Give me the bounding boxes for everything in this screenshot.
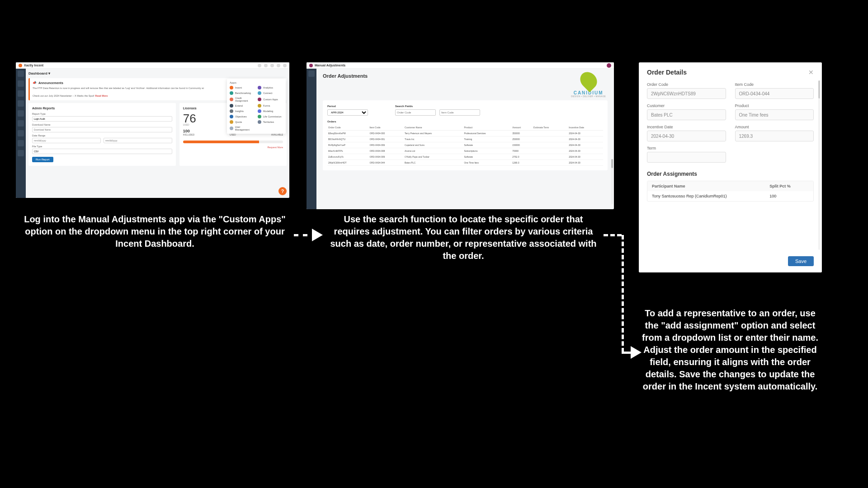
scrollbar[interactable] — [818, 80, 820, 250]
table-row[interactable]: iMaxXcIbFFPsORD-0434-008Aroma LtdSubscri… — [327, 148, 603, 154]
nav-item[interactable] — [18, 130, 24, 136]
report-type-label: Report Type — [32, 113, 172, 115]
request-more-link[interactable]: Request More — [183, 146, 283, 149]
app-item[interactable]: Life Commission — [258, 115, 283, 118]
app-item[interactable]: Forms — [258, 104, 283, 108]
admin-reports-card: Admin Reports Report Type Download Name … — [28, 103, 176, 166]
table-row[interactable]: RnRpNgSwYuePORD-0434-006Copeland and Son… — [327, 142, 603, 148]
table-cell: 2024-04-30 — [568, 136, 603, 142]
caption-step-2: Use the search function to locate the sp… — [326, 213, 601, 262]
table-cell: ORD-0434-001 — [368, 136, 404, 142]
search-order-code-input[interactable] — [395, 109, 436, 116]
table-cell: ORD-0434-009 — [368, 154, 404, 160]
amount-label: Amount — [735, 125, 814, 129]
topbar-icon[interactable] — [264, 64, 268, 67]
app-item[interactable]: User Management — [230, 126, 255, 131]
date-from-input[interactable] — [32, 138, 101, 143]
order-code-input[interactable] — [647, 88, 726, 99]
topbar-icon[interactable] — [258, 64, 261, 67]
report-type-select[interactable] — [32, 116, 172, 122]
app-dot-icon — [258, 98, 261, 101]
table-cell — [533, 160, 568, 166]
app-item[interactable]: Extend — [230, 104, 255, 108]
table-row[interactable]: B0OlwhHnNQTUORD-0434-001Travis IncTraini… — [327, 136, 603, 142]
table-cell: Software — [463, 142, 511, 148]
help-fab-icon[interactable]: ? — [278, 187, 287, 195]
app-item[interactable]: Incent — [230, 86, 255, 89]
participant-cell: Tony Santosuosso Rep (CanidiumRep01) — [652, 194, 769, 198]
download-name-label: Download Name — [32, 123, 172, 126]
close-icon[interactable]: ✕ — [808, 69, 814, 76]
nav-item[interactable] — [18, 70, 24, 77]
app-item[interactable]: Custom Apps — [258, 97, 283, 102]
download-name-input[interactable] — [32, 127, 172, 132]
orders-table: Order CodeItem CodeCustomer NameProductA… — [327, 125, 603, 166]
item-code-input[interactable] — [735, 88, 814, 99]
term-input[interactable] — [647, 152, 726, 163]
app-item[interactable]: Analytics — [258, 86, 283, 89]
amount-input[interactable] — [735, 131, 814, 141]
table-row[interactable]: ZoBxxvzoFqYbORD-0434-009O'Kelly Pope and… — [327, 154, 603, 160]
topbar-icon[interactable] — [283, 64, 287, 67]
table-cell: 2024-04-30 — [568, 154, 603, 160]
table-cell: 1269.3 — [511, 160, 533, 166]
flow-dash-2h-top — [604, 234, 622, 236]
table-cell — [533, 142, 568, 148]
topbar-icons — [258, 64, 287, 67]
search-fields-label: Search Fields — [395, 105, 480, 108]
admin-reports-title: Admin Reports — [32, 107, 172, 110]
app-item[interactable]: Quota — [230, 120, 255, 124]
app-item[interactable]: Benchmarking — [230, 91, 255, 95]
table-cell — [533, 148, 568, 154]
app-item[interactable]: Modeling — [258, 109, 283, 113]
table-row[interactable]: E8wq26mnKePMORD-0434-000Terry Peterson a… — [327, 131, 603, 136]
nav-item[interactable] — [18, 90, 24, 97]
table-cell — [533, 131, 568, 136]
table-cell — [533, 136, 568, 142]
period-select[interactable]: APR-2024 — [327, 109, 368, 116]
app-item[interactable]: Connect — [258, 91, 283, 95]
logo-tagline: DESIGN • DELIVER • MANAGE — [571, 95, 606, 98]
date-to-input[interactable] — [104, 138, 172, 143]
file-type-select[interactable] — [32, 149, 172, 154]
nav-item[interactable] — [18, 80, 24, 87]
topbar-icon[interactable] — [270, 64, 274, 67]
table-cell: ORD-0434-044 — [368, 160, 404, 166]
assignment-row[interactable]: Tony Santosuosso Rep (CanidiumRep01) 100 — [647, 191, 813, 201]
product-input[interactable] — [735, 109, 814, 120]
term-label: Term — [647, 146, 726, 150]
nav-item[interactable] — [18, 110, 24, 117]
read-more-link[interactable]: Read More — [95, 94, 108, 97]
app-label: Analytics — [263, 86, 273, 89]
app-label: User Management — [235, 126, 255, 131]
nav-item[interactable] — [18, 140, 24, 146]
app-item[interactable]: Objectives — [230, 115, 255, 118]
app-label: Incent — [235, 86, 242, 89]
customer-input[interactable] — [647, 109, 726, 120]
nav-item[interactable] — [18, 150, 24, 156]
nav-item[interactable] — [18, 120, 24, 127]
nav-item[interactable] — [18, 100, 24, 107]
run-report-button[interactable]: Run Report — [32, 157, 53, 162]
app-item[interactable]: Insights — [230, 109, 255, 113]
brand-name: Xactly Incent — [24, 64, 43, 67]
app-dot-icon — [230, 98, 233, 101]
topbar-icon[interactable] — [277, 64, 280, 67]
flow-arrowhead-2-icon — [631, 346, 642, 359]
dashboard-dropdown[interactable]: Dashboard ▾ — [28, 71, 50, 75]
table-cell: Training — [463, 136, 511, 142]
nav-item[interactable] — [308, 70, 315, 77]
app-dot-icon — [258, 91, 261, 95]
close-icon[interactable] — [607, 63, 611, 68]
table-cell: ORD-0434-000 — [368, 131, 404, 136]
app-label: Insights — [235, 110, 244, 113]
save-button[interactable]: Save — [788, 256, 814, 266]
app-item[interactable]: Credit Assignment — [230, 97, 255, 102]
incentive-date-input[interactable] — [647, 131, 726, 141]
scrollbar[interactable] — [611, 159, 613, 204]
search-item-code-input[interactable] — [439, 109, 480, 116]
app-dot-icon — [258, 120, 261, 124]
modal-title: Order Details — [647, 69, 687, 76]
table-row[interactable]: 2WpNC6WznHDTORD-0434-044Bates PLCOne Tim… — [327, 160, 603, 166]
app-item[interactable]: Territories — [258, 120, 283, 124]
